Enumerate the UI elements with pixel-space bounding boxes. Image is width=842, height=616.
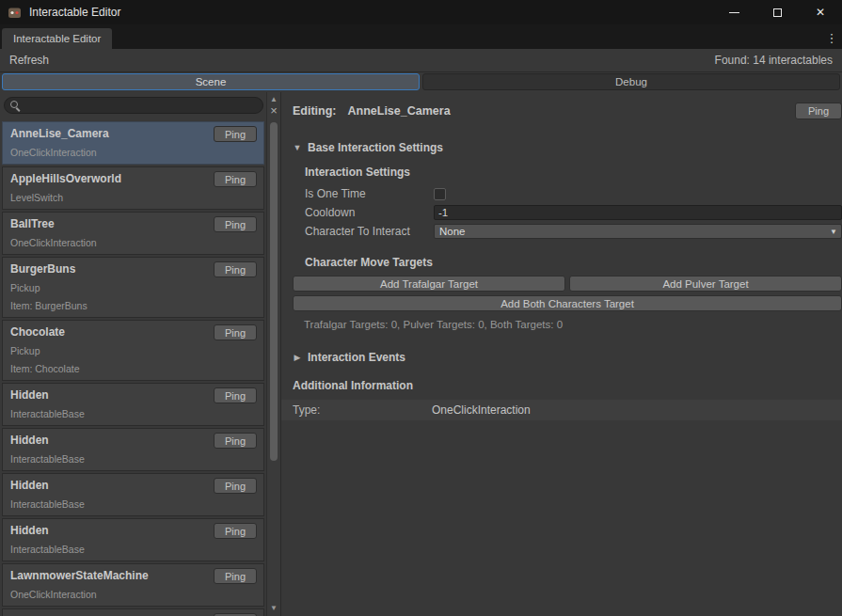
- scene-list-panel: AnneLise_Camera OneClickInteraction Ping…: [0, 92, 266, 616]
- kebab-menu-icon[interactable]: ⋮: [825, 31, 838, 45]
- maximize-icon: [773, 8, 782, 17]
- ping-button[interactable]: Ping: [214, 171, 257, 187]
- app-icon: [8, 6, 22, 20]
- is-one-time-row: Is One Time: [305, 184, 842, 203]
- item-type-label: OneClickInteraction: [10, 236, 256, 250]
- list-item[interactable]: BallTree OneClickInteraction Ping: [2, 212, 264, 255]
- item-type-label: LevelSwitch: [10, 191, 256, 205]
- foldout-collapsed-icon: ▶: [293, 353, 302, 362]
- editing-target-name: AnneLise_Camera: [348, 104, 451, 118]
- maximize-button[interactable]: [755, 0, 799, 24]
- titlebar: Interactable Editor ✕: [0, 0, 842, 24]
- tab-debug[interactable]: Debug: [422, 73, 840, 90]
- minimize-icon: [729, 12, 739, 13]
- add-trafalgar-target-button[interactable]: Add Trafalgar Target: [293, 276, 565, 292]
- dropdown-selected-value: None: [439, 226, 466, 237]
- list-item[interactable]: LureSpotA_Slot Ping: [2, 608, 264, 616]
- list-item[interactable]: Hidden InteractableBase Ping: [2, 428, 264, 471]
- ping-button[interactable]: Ping: [214, 387, 257, 403]
- list-scrollbar[interactable]: ▲ × ▼: [266, 92, 280, 616]
- ping-button[interactable]: Ping: [214, 433, 257, 449]
- list-item[interactable]: Hidden InteractableBase Ping: [2, 473, 264, 516]
- found-count-label: Found: 14 interactables: [715, 54, 834, 67]
- list-item[interactable]: AppleHillsOverworld LevelSwitch Ping: [2, 166, 264, 210]
- cooldown-input[interactable]: [434, 205, 842, 220]
- minimize-button[interactable]: [712, 0, 755, 24]
- character-to-interact-dropdown[interactable]: None ▼: [434, 224, 842, 239]
- search-input[interactable]: [4, 97, 263, 114]
- type-value: OneClickInteraction: [432, 403, 531, 417]
- list-item[interactable]: Hidden InteractableBase Ping: [2, 518, 264, 561]
- character-move-targets-header: Character Move Targets: [305, 256, 842, 269]
- search-box: [4, 97, 263, 114]
- scroll-up-icon[interactable]: ▲: [267, 95, 280, 103]
- item-type-label: Pickup: [10, 344, 256, 358]
- list-item[interactable]: AnneLise_Camera OneClickInteraction Ping: [2, 121, 264, 165]
- dropdown-arrow-icon: ▼: [830, 228, 837, 236]
- character-to-interact-label: Character To Interact: [305, 225, 434, 238]
- window-controls: ✕: [712, 0, 842, 24]
- list-item[interactable]: Chocolate Pickup Item: Chocolate Ping: [2, 320, 264, 381]
- item-type-label: InteractableBase: [10, 543, 256, 557]
- additional-information-header: Additional Information: [293, 379, 842, 392]
- type-row: Type: OneClickInteraction: [281, 400, 842, 420]
- item-type-label: OneClickInteraction: [10, 146, 256, 160]
- close-button[interactable]: ✕: [799, 0, 842, 24]
- inspector-ping-button[interactable]: Ping: [795, 103, 842, 119]
- editing-label: Editing:: [293, 104, 337, 118]
- view-tabs: Scene Debug: [0, 72, 842, 92]
- item-type-label: InteractableBase: [10, 407, 256, 421]
- item-type-label: Pickup: [10, 281, 256, 295]
- ping-button[interactable]: Ping: [214, 568, 257, 584]
- close-icon: ✕: [816, 6, 825, 19]
- character-to-interact-row: Character To Interact None ▼: [305, 222, 842, 241]
- ping-button[interactable]: Ping: [214, 261, 257, 277]
- cooldown-row: Cooldown: [305, 203, 842, 222]
- tab-interactable-editor[interactable]: Interactable Editor: [2, 28, 112, 49]
- list-item[interactable]: BurgerBuns Pickup Item: BurgerBuns Ping: [2, 257, 264, 318]
- foldout-label: Base Interaction Settings: [308, 141, 443, 154]
- is-one-time-label: Is One Time: [305, 187, 434, 200]
- item-extra-label: Item: BurgerBuns: [10, 299, 256, 313]
- inspector-header: Editing: AnneLise_Camera Ping: [293, 102, 842, 120]
- search-icon: [10, 101, 21, 111]
- is-one-time-checkbox[interactable]: [434, 188, 446, 200]
- item-type-label: OneClickInteraction: [10, 588, 256, 602]
- ping-button[interactable]: Ping: [214, 523, 257, 539]
- foldout-label: Interaction Events: [308, 351, 405, 364]
- search-clear-button[interactable]: ×: [267, 104, 280, 117]
- ping-button[interactable]: Ping: [214, 216, 257, 232]
- tab-scene[interactable]: Scene: [2, 73, 420, 90]
- window-title: Interactable Editor: [29, 6, 120, 19]
- ping-button[interactable]: Ping: [214, 126, 257, 142]
- scrollbar-thumb[interactable]: [270, 122, 278, 461]
- refresh-button[interactable]: Refresh: [8, 52, 55, 69]
- scroll-down-icon[interactable]: ▼: [267, 604, 280, 612]
- item-type-label: InteractableBase: [10, 498, 256, 512]
- add-pulver-target-button[interactable]: Add Pulver Target: [569, 276, 842, 292]
- search-row: [0, 92, 266, 118]
- ping-button[interactable]: Ping: [214, 324, 257, 340]
- interaction-settings-header: Interaction Settings: [305, 166, 842, 179]
- inspector-panel: Editing: AnneLise_Camera Ping ▼ Base Int…: [280, 92, 842, 616]
- foldout-interaction-events[interactable]: ▶ Interaction Events: [293, 351, 842, 364]
- target-buttons-row: Add Trafalgar Target Add Pulver Target: [293, 276, 842, 292]
- foldout-open-icon: ▼: [293, 143, 302, 152]
- type-label: Type:: [293, 403, 432, 417]
- add-both-characters-target-button[interactable]: Add Both Characters Target: [293, 295, 842, 311]
- item-extra-label: Item: Chocolate: [10, 362, 256, 376]
- both-target-row: Add Both Characters Target: [293, 295, 842, 311]
- ping-button[interactable]: Ping: [214, 478, 257, 494]
- targets-summary: Trafalgar Targets: 0, Pulver Targets: 0,…: [304, 319, 842, 330]
- interactable-list: AnneLise_Camera OneClickInteraction Ping…: [0, 118, 266, 616]
- item-type-label: InteractableBase: [10, 452, 256, 466]
- cooldown-label: Cooldown: [305, 206, 434, 219]
- toolbar: Refresh Found: 14 interactables: [0, 49, 842, 72]
- foldout-base-interaction-settings[interactable]: ▼ Base Interaction Settings: [293, 141, 842, 154]
- main-area: AnneLise_Camera OneClickInteraction Ping…: [0, 92, 842, 616]
- list-item[interactable]: LawnmowerStateMachine OneClickInteractio…: [2, 563, 264, 607]
- tab-strip: Interactable Editor ⋮: [0, 24, 842, 49]
- list-item[interactable]: Hidden InteractableBase Ping: [2, 383, 264, 426]
